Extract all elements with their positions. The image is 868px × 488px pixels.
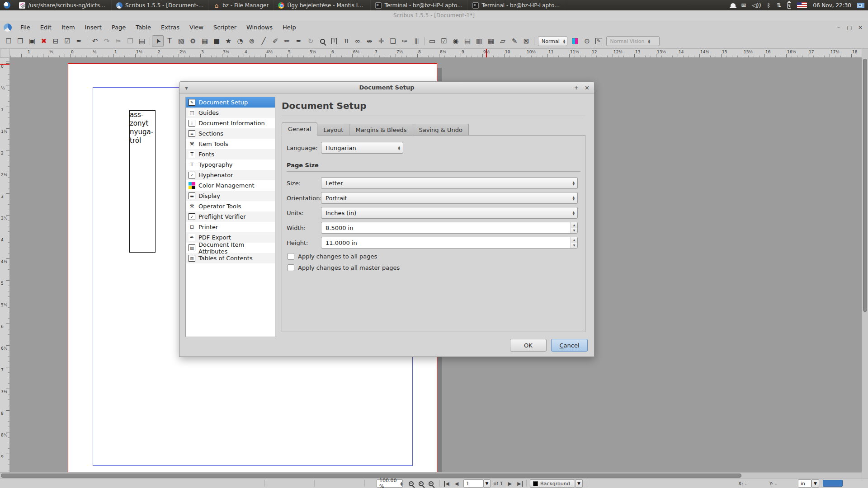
settings-category-fonts[interactable]: TFonts — [186, 149, 275, 160]
scrollbar-thumb[interactable] — [1, 474, 741, 478]
minimize-button[interactable]: – — [835, 24, 842, 31]
vertical-scrollbar[interactable] — [862, 49, 868, 478]
preview-mode-icon[interactable]: ⊙ — [581, 35, 593, 47]
pdf-checkbox-icon[interactable]: ☑ — [438, 35, 450, 47]
checkbox[interactable] — [288, 264, 294, 271]
battery-icon[interactable]: ↯ — [787, 2, 791, 9]
settings-category-item-tools[interactable]: ⚒Item Tools — [186, 139, 275, 149]
measurements-icon[interactable]: ✛ — [375, 35, 387, 47]
settings-category-list[interactable]: ✎Document Setup◫GuidesiDocument Informat… — [185, 97, 275, 337]
link-text-frames-icon[interactable]: ∞ — [352, 35, 363, 47]
preflight-verifier-icon[interactable]: ☑ — [61, 35, 73, 47]
close-document-icon[interactable]: ✖ — [38, 35, 50, 47]
insert-render-frame-icon[interactable]: ⚙ — [187, 35, 199, 47]
select-item-icon[interactable]: ➤ — [152, 35, 164, 47]
settings-category-color-management[interactable]: Color Management — [186, 180, 275, 191]
horizontal-ruler[interactable]: 1½0½11½22½33½44½55½66½77½88½99½1010½1111… — [10, 49, 862, 58]
menu-extras[interactable]: Extras — [156, 22, 184, 33]
menu-insert[interactable]: Insert — [80, 22, 107, 33]
pdf-combo-box-icon[interactable]: ▥ — [473, 35, 485, 47]
settings-category-printer[interactable]: ⊟Printer — [186, 222, 275, 232]
insert-text-frame-icon[interactable]: T — [164, 35, 175, 47]
pdf-list-box-icon[interactable]: ▦ — [485, 35, 497, 47]
copy-icon[interactable]: ❐ — [124, 35, 136, 47]
pdf-link-annotation-icon[interactable]: ✎ — [509, 35, 520, 47]
maximize-button[interactable]: ▢ — [846, 24, 853, 31]
color-picker-icon[interactable]: ✑ — [399, 35, 410, 47]
dialog-maximize-button[interactable]: ＋ — [573, 84, 579, 92]
settings-category-typography[interactable]: TTypography — [186, 160, 275, 170]
taskbar-window-button[interactable]: /usr/share/scribus-ng/dicts/h... — [14, 0, 112, 10]
menu-windows[interactable]: Windows — [241, 22, 278, 33]
insert-table-icon[interactable]: ▦ — [199, 35, 211, 47]
menu-item[interactable]: Item — [57, 22, 80, 33]
menu-help[interactable]: Help — [278, 22, 301, 33]
us-flag-icon[interactable] — [797, 2, 807, 8]
spinner-buttons[interactable]: ▲▼ — [571, 222, 577, 233]
settings-category-document-information[interactable]: iDocument Information — [186, 118, 275, 128]
next-page-button[interactable]: ▶ — [505, 480, 514, 487]
save-document-icon[interactable]: ▣ — [26, 35, 38, 47]
language-select[interactable]: Hungarian ▲▼ — [321, 142, 403, 154]
toggle-color-management-icon[interactable] — [569, 35, 581, 47]
open-document-icon[interactable]: ❒ — [14, 35, 26, 47]
spinner-buttons[interactable]: ▲▼ — [571, 237, 577, 248]
settings-category-display[interactable]: ▬Display — [186, 191, 275, 201]
unlink-text-frames-icon[interactable]: ↮ — [363, 35, 375, 47]
insert-line-icon[interactable]: ╱ — [258, 35, 269, 47]
print-document-icon[interactable]: ⊟ — [50, 35, 61, 47]
zoom-default-button[interactable]: • — [416, 480, 425, 487]
pdf-text-annotation-icon[interactable]: ▱ — [497, 35, 509, 47]
settings-category-preflight-verifier[interactable]: ✓Preflight Verifier — [186, 211, 275, 222]
dialog-close-button[interactable]: ✕ — [585, 84, 590, 91]
menu-file[interactable]: File — [15, 22, 35, 33]
edit-in-preview-icon[interactable]: ✎ — [593, 35, 604, 47]
close-window-button[interactable]: ✕ — [857, 24, 863, 31]
settings-category-document-item-attributes[interactable]: ▤Document Item Attributes — [186, 243, 275, 253]
insert-calligraphic-icon[interactable]: ✒ — [293, 35, 305, 47]
pdf-3d-annotation-icon[interactable]: ⊠ — [520, 35, 532, 47]
menu-table[interactable]: Table — [131, 22, 156, 33]
layer-dropdown-button[interactable]: ▼ — [575, 479, 583, 488]
units-select[interactable]: Inches (in) ▲▼ — [321, 207, 578, 219]
doc-layout-select[interactable]: Normal▲▼ — [538, 36, 567, 46]
height-input[interactable]: 11.0000 in ▲▼ — [321, 237, 578, 249]
insert-freehand-icon[interactable]: ✏ — [281, 35, 293, 47]
volume-icon[interactable]: ◁)) — [752, 2, 761, 8]
edit-contents-icon[interactable]: T — [328, 35, 340, 47]
tab-general[interactable]: General — [282, 122, 317, 136]
settings-category-hyphenator[interactable]: ✓Hyphenator — [186, 170, 275, 180]
settings-category-operator-tools[interactable]: ⚒Operator Tools — [186, 201, 275, 211]
menu-view[interactable]: View — [184, 22, 208, 33]
shade-icon[interactable]: ▼ — [185, 86, 188, 90]
export-pdf-icon[interactable]: ✒ — [73, 35, 85, 47]
cancel-button[interactable]: Cancel — [551, 339, 588, 352]
tab-margins-bleeds[interactable]: Margins & Bleeds — [349, 124, 413, 136]
taskbar-window-button[interactable]: ⌂bz - File Manager — [209, 0, 274, 10]
settings-category-guides[interactable]: ◫Guides — [186, 108, 275, 118]
insert-spiral-icon[interactable]: ⊚ — [246, 35, 258, 47]
insert-image-frame-icon[interactable]: ▧ — [175, 35, 187, 47]
insert-polygon-icon[interactable]: ★ — [222, 35, 234, 47]
zoom-in-button[interactable]: + — [426, 480, 435, 487]
zoom-out-button[interactable]: − — [406, 480, 415, 487]
notifications-icon[interactable] — [731, 3, 736, 7]
paste-icon[interactable]: ▤ — [136, 35, 148, 47]
taskbar-window-button[interactable]: >_Terminal - bz@bz-HP-Laptop... — [371, 0, 468, 10]
settings-category-document-setup[interactable]: ✎Document Setup — [186, 97, 275, 108]
taskbar-window-button[interactable]: Úgy bejelentése - Mantis Iss... — [274, 0, 371, 10]
settings-category-sections[interactable]: ≡Sections — [186, 128, 275, 139]
network-icon[interactable]: ⇅ — [776, 2, 781, 8]
mail-icon[interactable]: ✉ — [741, 2, 746, 8]
workspace-switcher[interactable] — [857, 3, 864, 8]
unit-dropdown-button[interactable]: ▼ — [811, 479, 819, 488]
zoom-icon[interactable] — [316, 35, 328, 47]
rotate-item-icon[interactable]: ↻ — [305, 35, 316, 47]
cut-icon[interactable]: ✂ — [113, 35, 124, 47]
insert-arc-icon[interactable]: ◔ — [234, 35, 246, 47]
ruler-origin-box[interactable] — [0, 49, 10, 58]
menu-page[interactable]: Page — [107, 22, 131, 33]
vertical-ruler[interactable]: 0½11½22½33½44½55½66½77½88½9 — [0, 58, 10, 472]
menu-edit[interactable]: Edit — [35, 22, 57, 33]
unit-select[interactable]: in — [798, 479, 811, 488]
